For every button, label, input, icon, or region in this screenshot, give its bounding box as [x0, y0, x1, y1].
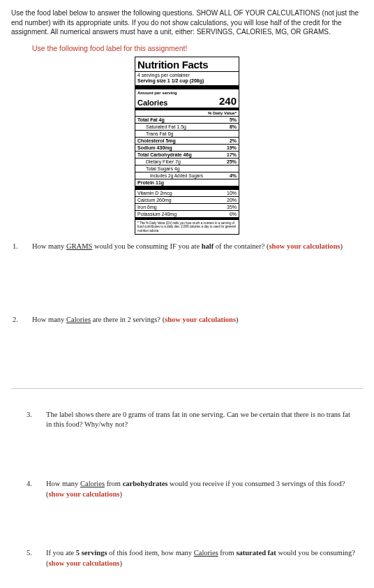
q2-number: 2. — [11, 315, 32, 325]
questions-section-1: 1. How many GRAMS would you be consuming… — [11, 242, 363, 325]
calories-label: Calories — [137, 98, 167, 107]
iron-label: Iron 6mg — [137, 205, 157, 210]
q5-calories: Calories — [194, 549, 218, 557]
total-fat-label: Total Fat 4g — [137, 117, 165, 122]
q1-part: ) — [340, 242, 343, 250]
row-fiber: Dietary Fiber 7g 25% — [135, 159, 239, 166]
q5-number: 5. — [25, 548, 46, 568]
added-sugars-dv: 4% — [230, 173, 237, 178]
q5-show-calc: show your calculations — [49, 559, 120, 567]
q4-text: How many Calories from carbohydrates wou… — [46, 479, 363, 499]
row-sugars: Total Sugars 4g — [135, 166, 239, 172]
q4-part: from — [105, 480, 123, 487]
total-carb-label: Total Carbohydrate 46g — [137, 152, 192, 157]
q5-part: from — [218, 549, 237, 557]
row-cholesterol: Cholesterol 5mg 2% — [135, 138, 239, 145]
q1-text: How many GRAMS would you be consuming IF… — [32, 242, 363, 252]
q5-part: ) — [119, 559, 122, 567]
row-vit-d: Vitamin D 2mcg 10% — [135, 190, 239, 197]
sodium-label: Sodium 430mg — [137, 145, 172, 150]
servings-per-container: 4 servings per container — [137, 73, 237, 79]
label-footer: * The % Daily Value (DV) tells you how m… — [135, 220, 239, 234]
q1-number: 1. — [11, 242, 32, 252]
q2-part: How many — [32, 316, 66, 323]
question-2: 2. How many Calories are there in 2 serv… — [11, 315, 363, 325]
question-3: 3. The label shows there are 0 grams of … — [25, 410, 363, 430]
sat-fat-dv: 8% — [230, 124, 237, 129]
q2-show-calc: show your calculations — [165, 316, 236, 323]
sodium-dv: 19% — [227, 145, 237, 150]
cholesterol-label: Cholesterol 5mg — [137, 138, 176, 143]
trans-fat-label: Trans Fat 0g — [137, 131, 173, 136]
total-carb-dv: 17% — [227, 152, 237, 157]
cholesterol-dv: 2% — [230, 138, 237, 143]
questions-section-2: 3. The label shows there are 0 grams of … — [11, 410, 363, 569]
q5-part: If you ate — [46, 549, 76, 557]
potassium-dv: 6% — [230, 212, 237, 216]
row-calcium: Calcium 260mg 20% — [135, 197, 239, 204]
potassium-label: Potassium 240mg — [137, 212, 177, 216]
total-fat-dv: 5% — [230, 117, 237, 122]
q1-part: of the container? ( — [214, 242, 269, 250]
row-added-sugars: Includes 2g Added Sugars 4% — [135, 172, 239, 179]
q1-grams: GRAMS — [66, 242, 92, 250]
calories-row: Calories 240 — [135, 95, 239, 110]
calcium-label: Calcium 260mg — [137, 198, 172, 203]
q3-number: 3. — [25, 410, 46, 430]
row-protein: Protein 11g — [135, 179, 239, 190]
label-heading: Use the following food label for this as… — [32, 44, 363, 52]
q4-show-calc: show your calculations — [49, 490, 120, 498]
q4-number: 4. — [25, 479, 46, 499]
q1-half: half — [202, 242, 214, 250]
q5-part: of this food item, how many — [107, 549, 193, 557]
row-total-fat: Total Fat 4g 5% — [135, 117, 239, 124]
page-divider — [11, 388, 363, 389]
row-sodium: Sodium 430mg 19% — [135, 145, 239, 152]
fiber-label: Dietary Fiber 7g — [137, 159, 181, 164]
q4-carbs: carbohydrates — [123, 480, 168, 487]
question-5: 5. If you ate 5 servings of this food it… — [25, 548, 363, 568]
instructions-text: Use the food label below to answer the f… — [11, 8, 363, 37]
q1-part: would you be consuming IF you ate — [92, 242, 201, 250]
q5-text: If you ate 5 servings of this food item,… — [46, 548, 363, 568]
sugars-label: Total Sugars 4g — [137, 166, 180, 171]
row-sat-fat: Saturated Fat 1.5g 8% — [135, 124, 239, 131]
q2-text: How many Calories are there in 2 serving… — [32, 315, 363, 325]
row-iron: Iron 6mg 35% — [135, 204, 239, 211]
row-total-carb: Total Carbohydrate 46g 17% — [135, 152, 239, 159]
row-trans-fat: Trans Fat 0g — [135, 131, 239, 138]
iron-dv: 35% — [227, 205, 237, 210]
calories-value: 240 — [219, 95, 237, 107]
q2-part: are there in 2 servings? ( — [91, 316, 165, 323]
question-1: 1. How many GRAMS would you be consuming… — [11, 242, 363, 252]
q4-part: ) — [119, 490, 122, 498]
q1-show-calc: show your calculations — [269, 242, 341, 250]
nutrition-label: Nutrition Facts 4 servings per container… — [135, 57, 239, 235]
serving-size: Serving size 1 1/2 cup (208g) — [137, 78, 237, 84]
row-potassium: Potassium 240mg 6% — [135, 211, 239, 220]
q5-satfat: saturated fat — [236, 549, 276, 557]
nutrition-label-wrap: Nutrition Facts 4 servings per container… — [11, 57, 363, 235]
vit-d-dv: 10% — [227, 191, 237, 196]
q4-part: How many — [46, 480, 80, 487]
q2-calories: Calories — [66, 316, 91, 323]
q2-part: ) — [236, 316, 239, 323]
question-4: 4. How many Calories from carbohydrates … — [25, 479, 363, 499]
vit-d-label: Vitamin D 2mcg — [137, 191, 172, 196]
q5-servings: 5 servings — [76, 549, 107, 557]
fiber-dv: 25% — [227, 159, 237, 164]
added-sugars-label: Includes 2g Added Sugars — [137, 173, 203, 178]
worksheet-page: Use the food label below to answer the f… — [0, 0, 374, 583]
calcium-dv: 20% — [227, 198, 237, 203]
dv-header: % Daily Value* — [135, 110, 239, 117]
q3-text: The label shows there are 0 grams of tra… — [46, 410, 363, 430]
q1-part: How many — [32, 242, 66, 250]
sat-fat-label: Saturated Fat 1.5g — [137, 124, 186, 129]
amount-per-serving: Amount per serving — [135, 89, 239, 95]
protein-label: Protein 11g — [137, 180, 164, 185]
label-title: Nutrition Facts — [135, 57, 239, 72]
label-servings: 4 servings per container Serving size 1 … — [135, 72, 239, 90]
q4-calories: Calories — [80, 480, 105, 487]
